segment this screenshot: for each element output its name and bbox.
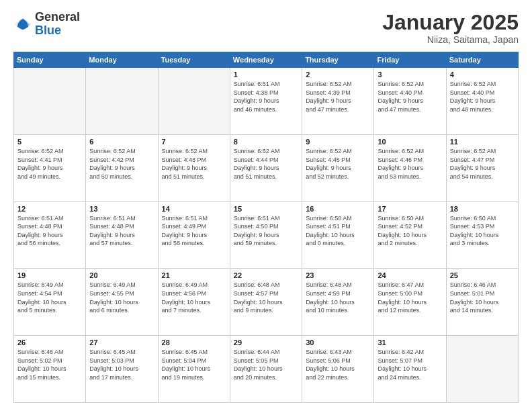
day-number: 11: [450, 138, 515, 146]
day-number: 9: [306, 138, 370, 146]
day-cell-17: 17Sunrise: 6:50 AM Sunset: 4:52 PM Dayli…: [374, 201, 446, 269]
day-cell-2: 2Sunrise: 6:52 AM Sunset: 4:39 PM Daylig…: [302, 68, 374, 135]
day-info: Sunrise: 6:49 AM Sunset: 4:54 PM Dayligh…: [17, 281, 82, 314]
day-info: Sunrise: 6:49 AM Sunset: 4:56 PM Dayligh…: [162, 281, 226, 314]
day-info: Sunrise: 6:52 AM Sunset: 4:39 PM Dayligh…: [306, 80, 370, 113]
empty-cell: [158, 68, 230, 135]
page: General Blue January 2025 Niiza, Saitama…: [0, 0, 532, 411]
day-cell-27: 27Sunrise: 6:45 AM Sunset: 5:03 PM Dayli…: [86, 336, 158, 403]
day-number: 28: [162, 338, 226, 347]
day-cell-13: 13Sunrise: 6:51 AM Sunset: 4:48 PM Dayli…: [86, 201, 158, 269]
logo-blue-text: Blue: [35, 24, 80, 38]
logo: General Blue: [13, 11, 80, 38]
empty-cell: [14, 68, 86, 135]
day-info: Sunrise: 6:42 AM Sunset: 5:07 PM Dayligh…: [378, 348, 442, 381]
calendar-table: SundayMondayTuesdayWednesdayThursdayFrid…: [13, 52, 519, 403]
day-info: Sunrise: 6:51 AM Sunset: 4:49 PM Dayligh…: [162, 214, 226, 248]
day-cell-25: 25Sunrise: 6:46 AM Sunset: 5:01 PM Dayli…: [446, 269, 518, 336]
day-info: Sunrise: 6:51 AM Sunset: 4:50 PM Dayligh…: [234, 214, 298, 248]
day-cell-24: 24Sunrise: 6:47 AM Sunset: 5:00 PM Dayli…: [374, 269, 446, 336]
weekday-header-friday: Friday: [374, 52, 446, 68]
day-info: Sunrise: 6:48 AM Sunset: 4:59 PM Dayligh…: [306, 281, 370, 314]
day-info: Sunrise: 6:52 AM Sunset: 4:43 PM Dayligh…: [162, 147, 226, 181]
weekday-header-tuesday: Tuesday: [158, 52, 230, 68]
day-cell-29: 29Sunrise: 6:44 AM Sunset: 5:05 PM Dayli…: [230, 336, 302, 403]
weekday-header-wednesday: Wednesday: [230, 52, 302, 68]
day-number: 25: [450, 271, 515, 279]
day-number: 2: [306, 71, 370, 79]
day-cell-20: 20Sunrise: 6:49 AM Sunset: 4:55 PM Dayli…: [86, 269, 158, 336]
day-info: Sunrise: 6:46 AM Sunset: 5:02 PM Dayligh…: [17, 348, 82, 381]
day-number: 6: [89, 138, 154, 146]
day-info: Sunrise: 6:52 AM Sunset: 4:42 PM Dayligh…: [89, 147, 154, 181]
day-cell-22: 22Sunrise: 6:48 AM Sunset: 4:57 PM Dayli…: [230, 269, 302, 336]
day-cell-31: 31Sunrise: 6:42 AM Sunset: 5:07 PM Dayli…: [374, 336, 446, 403]
day-info: Sunrise: 6:43 AM Sunset: 5:06 PM Dayligh…: [306, 348, 370, 381]
day-number: 5: [17, 138, 82, 146]
day-info: Sunrise: 6:52 AM Sunset: 4:46 PM Dayligh…: [378, 147, 442, 181]
day-number: 16: [306, 205, 370, 213]
weekday-header-thursday: Thursday: [302, 52, 374, 68]
empty-cell: [446, 336, 518, 403]
weekday-header-sunday: Sunday: [14, 52, 86, 68]
day-number: 12: [17, 205, 82, 213]
day-info: Sunrise: 6:52 AM Sunset: 4:40 PM Dayligh…: [450, 80, 515, 113]
day-number: 8: [234, 138, 298, 146]
day-info: Sunrise: 6:52 AM Sunset: 4:45 PM Dayligh…: [306, 147, 370, 181]
day-cell-19: 19Sunrise: 6:49 AM Sunset: 4:54 PM Dayli…: [14, 269, 86, 336]
weekday-header-monday: Monday: [86, 52, 158, 68]
logo-icon: [13, 15, 32, 34]
day-number: 13: [89, 205, 154, 213]
day-info: Sunrise: 6:52 AM Sunset: 4:44 PM Dayligh…: [234, 147, 298, 181]
day-cell-7: 7Sunrise: 6:52 AM Sunset: 4:43 PM Daylig…: [158, 134, 230, 201]
day-cell-21: 21Sunrise: 6:49 AM Sunset: 4:56 PM Dayli…: [158, 269, 230, 336]
day-number: 26: [17, 338, 82, 347]
day-cell-12: 12Sunrise: 6:51 AM Sunset: 4:48 PM Dayli…: [14, 201, 86, 269]
day-info: Sunrise: 6:46 AM Sunset: 5:01 PM Dayligh…: [450, 281, 515, 314]
day-info: Sunrise: 6:50 AM Sunset: 4:53 PM Dayligh…: [450, 214, 515, 248]
day-info: Sunrise: 6:45 AM Sunset: 5:04 PM Dayligh…: [162, 348, 226, 381]
day-info: Sunrise: 6:51 AM Sunset: 4:48 PM Dayligh…: [17, 214, 82, 248]
weekday-header-row: SundayMondayTuesdayWednesdayThursdayFrid…: [14, 52, 519, 68]
weekday-header-saturday: Saturday: [446, 52, 518, 68]
day-number: 18: [450, 205, 515, 213]
day-cell-15: 15Sunrise: 6:51 AM Sunset: 4:50 PM Dayli…: [230, 201, 302, 269]
day-number: 3: [378, 71, 442, 79]
day-info: Sunrise: 6:50 AM Sunset: 4:51 PM Dayligh…: [306, 214, 370, 248]
day-number: 27: [89, 338, 154, 347]
day-cell-26: 26Sunrise: 6:46 AM Sunset: 5:02 PM Dayli…: [14, 336, 86, 403]
week-row-4: 19Sunrise: 6:49 AM Sunset: 4:54 PM Dayli…: [14, 269, 519, 336]
week-row-2: 5Sunrise: 6:52 AM Sunset: 4:41 PM Daylig…: [14, 134, 519, 201]
logo-general-text: General: [35, 11, 80, 24]
day-number: 7: [162, 138, 226, 146]
day-info: Sunrise: 6:44 AM Sunset: 5:05 PM Dayligh…: [234, 348, 298, 381]
day-number: 4: [450, 71, 515, 79]
day-cell-8: 8Sunrise: 6:52 AM Sunset: 4:44 PM Daylig…: [230, 134, 302, 201]
day-number: 14: [162, 205, 226, 213]
day-cell-28: 28Sunrise: 6:45 AM Sunset: 5:04 PM Dayli…: [158, 336, 230, 403]
day-cell-5: 5Sunrise: 6:52 AM Sunset: 4:41 PM Daylig…: [14, 134, 86, 201]
day-number: 21: [162, 271, 226, 279]
day-info: Sunrise: 6:52 AM Sunset: 4:41 PM Dayligh…: [17, 147, 82, 181]
day-number: 22: [234, 271, 298, 279]
week-row-3: 12Sunrise: 6:51 AM Sunset: 4:48 PM Dayli…: [14, 201, 519, 269]
day-info: Sunrise: 6:48 AM Sunset: 4:57 PM Dayligh…: [234, 281, 298, 314]
month-title: January 2025: [382, 11, 519, 34]
day-info: Sunrise: 6:49 AM Sunset: 4:55 PM Dayligh…: [89, 281, 154, 314]
day-info: Sunrise: 6:52 AM Sunset: 4:47 PM Dayligh…: [450, 147, 515, 181]
day-cell-9: 9Sunrise: 6:52 AM Sunset: 4:45 PM Daylig…: [302, 134, 374, 201]
day-cell-18: 18Sunrise: 6:50 AM Sunset: 4:53 PM Dayli…: [446, 201, 518, 269]
day-cell-10: 10Sunrise: 6:52 AM Sunset: 4:46 PM Dayli…: [374, 134, 446, 201]
day-info: Sunrise: 6:51 AM Sunset: 4:48 PM Dayligh…: [89, 214, 154, 248]
day-number: 31: [378, 338, 442, 347]
week-row-5: 26Sunrise: 6:46 AM Sunset: 5:02 PM Dayli…: [14, 336, 519, 403]
day-cell-14: 14Sunrise: 6:51 AM Sunset: 4:49 PM Dayli…: [158, 201, 230, 269]
day-number: 23: [306, 271, 370, 279]
day-number: 24: [378, 271, 442, 279]
day-cell-11: 11Sunrise: 6:52 AM Sunset: 4:47 PM Dayli…: [446, 134, 518, 201]
day-number: 1: [234, 71, 298, 79]
day-cell-16: 16Sunrise: 6:50 AM Sunset: 4:51 PM Dayli…: [302, 201, 374, 269]
day-number: 10: [378, 138, 442, 146]
title-block: January 2025 Niiza, Saitama, Japan: [382, 11, 519, 45]
day-info: Sunrise: 6:51 AM Sunset: 4:38 PM Dayligh…: [234, 80, 298, 113]
